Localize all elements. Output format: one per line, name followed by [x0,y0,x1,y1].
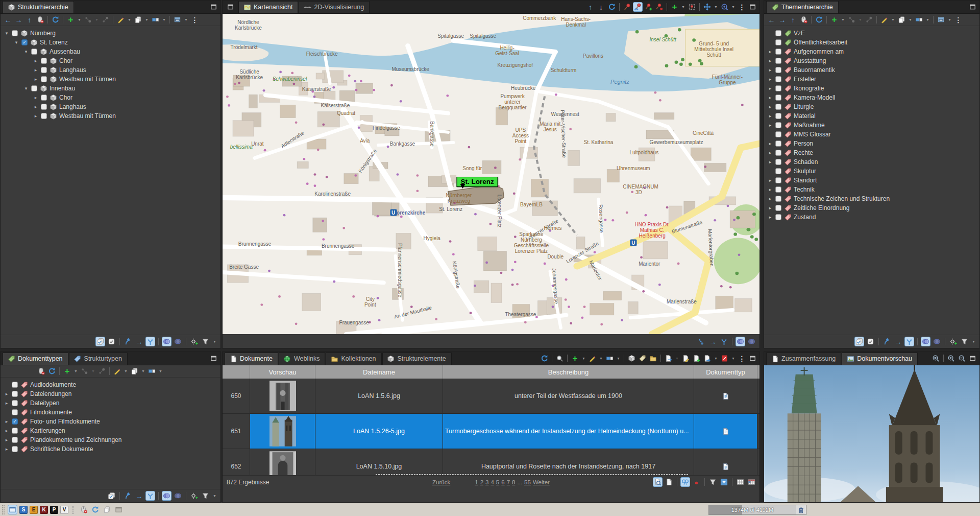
tree-item[interactable]: Audiodokumente [3,380,220,389]
arrow-r-icon[interactable]: → [777,15,787,25]
tree-expander-icon[interactable]: ▸ [767,141,773,146]
tab-kollektionen[interactable]: Kollektionen [326,353,381,365]
tree-item[interactable]: ▸Liturgie [766,102,979,111]
node-ins-icon[interactable] [80,366,89,376]
tab-themenhierarchie[interactable]: Themenhierarchie [766,1,839,13]
tree-item[interactable]: ▾Nürnberg [3,29,220,38]
detach-window-icon[interactable] [968,2,977,12]
venn-f-icon[interactable] [736,337,745,346]
tree-expander-icon[interactable]: ▸ [33,104,39,109]
multi-check-icon[interactable] [95,337,105,346]
arrow-u-icon[interactable]: ↑ [788,15,798,25]
tree-expander-icon[interactable]: ▸ [4,428,10,433]
tree-item[interactable]: ▾✓St. Lorenz [3,38,220,47]
tree-item[interactable]: ▸Westbau mit Türmen [3,75,220,84]
node-link-icon[interactable] [101,15,110,25]
zoom-sel-icon[interactable] [720,2,729,12]
tree-checkbox[interactable] [775,186,781,193]
venn-o-icon[interactable] [747,337,756,346]
tree-item[interactable]: ▸Technik [766,185,979,194]
tree-expander-icon[interactable]: ▸ [4,391,10,396]
pencil-icon[interactable] [116,15,126,25]
multi-check-icon[interactable] [107,491,116,501]
dropdown-icon[interactable]: ▼ [713,354,719,363]
plus-icon[interactable]: + [62,366,72,376]
move-icon[interactable] [702,2,712,12]
tree-expander-icon[interactable]: ▸ [767,187,773,192]
dropdown-icon[interactable]: ▼ [90,366,96,376]
tree-item[interactable]: ▸Maßnahme [766,121,979,130]
rename-icon[interactable] [147,366,157,376]
arrow-u-icon[interactable]: ↑ [585,2,595,12]
arrow-l-icon[interactable]: ← [3,15,13,25]
dropdown-icon[interactable]: ▼ [77,15,82,25]
tree-item[interactable]: ▸Ausstattung [766,56,979,65]
map-callout-st-lorenz[interactable]: St. Lorenz [456,177,498,187]
arrow-u-icon[interactable]: ↑ [24,15,34,25]
tree-checkbox[interactable] [775,113,781,119]
tree-checkbox[interactable] [775,122,781,128]
tree-checkbox[interactable] [775,58,781,64]
tree-item[interactable]: ▸Plandokumente und Zeichnungen [3,435,220,444]
dropdown-icon[interactable]: ▼ [73,366,79,376]
tree-checkbox[interactable] [31,85,37,91]
node-ins-icon[interactable] [83,15,93,25]
dropdown-icon[interactable]: ▼ [925,15,930,25]
copy-icon[interactable] [130,366,139,376]
pagination-page-4[interactable]: 4 [491,479,494,485]
tree-checkbox[interactable] [12,428,18,434]
dropdown-icon[interactable]: ▼ [144,15,150,25]
tree-checkbox[interactable] [775,150,781,156]
refresh-icon[interactable] [47,366,57,376]
arrow-r-icon[interactable]: → [14,15,23,25]
tree-item[interactable]: ▸Dateiendungen [3,389,220,398]
refresh-icon[interactable] [90,505,100,514]
dropdown-icon[interactable]: ▼ [161,15,167,25]
column-header-dokumenttyp[interactable]: Dokumenttyp [694,365,757,379]
funnel-icon[interactable] [201,491,210,501]
map-view[interactable]: Nördliche KarlsbrückeTrödelmarktSüdliche… [223,14,760,334]
tree-item[interactable]: ▸Chor [3,56,220,65]
winbox-icon[interactable] [968,354,977,363]
dropdown-icon[interactable]: ▼ [598,354,604,363]
venn-o-icon[interactable] [932,337,942,346]
arrow-r2-icon[interactable]: → [708,337,718,346]
tree-expander-icon[interactable]: ▸ [33,58,39,63]
tree-expander-icon[interactable]: ▸ [767,77,773,82]
dropdown-icon[interactable]: ▼ [971,337,976,346]
venn-o-icon[interactable] [173,337,183,346]
garbage-collect-button[interactable] [796,505,806,514]
red-dot-icon[interactable] [692,477,701,487]
tree-item[interactable]: ▸Ersteller [766,75,979,84]
tab-zusammenfassung[interactable]: Zusammenfassung [766,353,841,365]
arrow-r2-icon[interactable]: → [134,337,144,346]
branch-up-icon[interactable] [123,491,133,501]
arrow-r2-icon[interactable]: → [893,337,903,346]
tree-checkbox[interactable] [775,131,781,137]
tree-expander-icon[interactable]: ▸ [4,447,10,452]
cube-icon[interactable] [627,354,636,363]
pin-box-icon[interactable] [687,2,697,12]
refresh-icon[interactable] [607,2,617,12]
tree-item[interactable]: ▸✓Foto- und Filmdokumente [3,417,220,426]
rename-icon[interactable] [605,354,615,363]
pagination-page-...[interactable]: ... [517,479,522,485]
fork-icon[interactable] [719,337,729,346]
grid1-icon[interactable] [736,477,745,487]
dots-icon[interactable]: ⋮ [190,15,200,25]
pin-icon[interactable] [622,2,632,12]
refresh-icon[interactable] [814,15,824,25]
dropdown-icon[interactable]: ▼ [674,354,680,363]
tree-checkbox[interactable] [775,159,781,165]
tree-checkbox[interactable] [12,30,18,36]
tree-expander-icon[interactable]: ▸ [4,401,10,406]
venn-o-icon[interactable] [173,491,183,501]
venn-f-icon[interactable] [921,337,930,346]
tag-icon[interactable] [638,354,647,363]
pencil-icon[interactable] [587,354,597,363]
tree-checkbox[interactable] [12,400,18,406]
plus-icon[interactable]: + [829,15,839,25]
tree-expander-icon[interactable]: ▸ [33,95,39,100]
venn-f-icon[interactable] [162,491,172,501]
gear-plus-icon[interactable] [189,337,199,346]
